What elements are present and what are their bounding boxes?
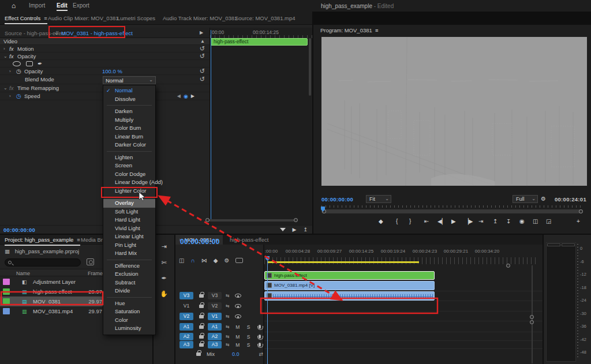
twirl-icon[interactable]: ›: [9, 69, 15, 74]
reset-param-icon[interactable]: ↺: [200, 67, 205, 75]
label-color-chip[interactable]: [3, 279, 10, 285]
timeline-clip-high-pass-effect[interactable]: high-pass-effect: [264, 271, 435, 280]
mute-button[interactable]: M: [235, 324, 241, 330]
audio-meter[interactable]: [546, 242, 576, 362]
solo-button[interactable]: S: [246, 342, 252, 348]
blend-mode-select[interactable]: Normal ⌄: [103, 76, 156, 84]
menu-item-color[interactable]: Color: [103, 316, 155, 325]
wrench-icon[interactable]: ⚙: [541, 196, 546, 202]
pen-mask-icon[interactable]: ✒: [38, 61, 42, 67]
timecode[interactable]: 00:00:00:00: [3, 227, 35, 233]
mix-collapse-icon[interactable]: ⇄: [259, 351, 264, 357]
track-output-eye-icon[interactable]: [235, 304, 241, 308]
track-output-eye-icon[interactable]: [235, 294, 241, 298]
effect-row-opacity[interactable]: ⌄ fx Opacity ↺: [0, 52, 210, 60]
menu-item-screen[interactable]: Screen: [103, 162, 155, 170]
playback-resolution-select[interactable]: Full⌄: [513, 195, 538, 203]
timeline-playhead[interactable]: [267, 256, 268, 364]
menu-item-hard-light[interactable]: Hard Light: [103, 216, 155, 224]
sync-lock-icon[interactable]: ⇆: [226, 293, 230, 298]
lock-icon[interactable]: [199, 305, 204, 308]
twirl-icon[interactable]: ⌄: [3, 85, 9, 91]
search-bin-icon[interactable]: [87, 258, 94, 265]
column-name[interactable]: Name: [16, 271, 30, 276]
panel-menu-icon[interactable]: ≡: [77, 237, 80, 243]
nest-toggle-icon[interactable]: ◫: [179, 257, 184, 264]
mute-button[interactable]: M: [235, 342, 241, 348]
scroll-handle[interactable]: [530, 315, 534, 319]
menu-item-color-burn[interactable]: Color Burn: [103, 124, 155, 133]
menu-item-luminosity[interactable]: Luminosity: [103, 324, 155, 333]
track-output-eye-icon[interactable]: [235, 314, 241, 318]
go-to-in-button[interactable]: ⇤: [424, 218, 429, 224]
collapse-icon[interactable]: ▲: [200, 39, 205, 44]
pen-tool[interactable]: ✒: [161, 275, 166, 282]
lock-icon[interactable]: [199, 315, 204, 318]
solo-button[interactable]: S: [246, 334, 252, 340]
search-input[interactable]: [5, 258, 81, 267]
program-timecode[interactable]: 00:00:00:00: [321, 196, 353, 202]
reset-effect-icon[interactable]: ↺: [200, 52, 205, 60]
reset-param-icon[interactable]: ↺: [200, 76, 205, 83]
menu-item-linear-dodge-add-[interactable]: Linear Dodge (Add): [103, 178, 155, 187]
opacity-value[interactable]: 100.0 %: [102, 68, 122, 74]
sync-lock-icon[interactable]: ⇆: [226, 303, 230, 309]
menu-item-lighter-color[interactable]: Lighter Color: [103, 187, 155, 196]
lock-icon[interactable]: [199, 343, 204, 347]
nav-import[interactable]: Import: [29, 2, 45, 9]
menu-item-color-dodge[interactable]: Color Dodge: [103, 170, 155, 179]
comparison-view-button[interactable]: ◫: [533, 218, 538, 224]
sync-lock-icon[interactable]: ⇆: [226, 342, 230, 347]
mic-record-icon[interactable]: [259, 335, 261, 339]
nav-edit[interactable]: Edit: [57, 2, 68, 11]
tab-project[interactable]: Project: high_pass_example≡: [5, 237, 80, 246]
sync-lock-icon[interactable]: ⇆: [226, 334, 230, 339]
go-to-out-button[interactable]: ⇥: [478, 218, 483, 224]
twirl-icon[interactable]: ›: [9, 93, 15, 99]
label-color-chip[interactable]: [3, 298, 10, 305]
track-target-a2[interactable]: A2: [208, 333, 222, 340]
timeline-settings-wrench-icon[interactable]: ⚙: [224, 257, 229, 264]
stopwatch-icon[interactable]: ◷: [16, 68, 24, 74]
mute-button[interactable]: M: [235, 334, 241, 340]
zoom-level-select[interactable]: Fit⌄: [366, 195, 391, 203]
tab-sequence-inactive[interactable]: high-pass-effect: [230, 237, 268, 243]
lift-button[interactable]: ↥: [493, 218, 498, 224]
zoom-scrollbar[interactable]: [205, 218, 298, 222]
play-effects-icon[interactable]: ▶: [200, 30, 203, 35]
source-patch-v1[interactable]: V1: [179, 302, 193, 310]
scrubber-track[interactable]: [321, 209, 583, 213]
video-section-header[interactable]: Video ▲: [0, 38, 210, 45]
tab-lumetri-scopes[interactable]: Lumetri Scopes: [117, 15, 155, 21]
program-scrubber[interactable]: [313, 205, 591, 216]
twirl-icon[interactable]: ⌄: [3, 54, 9, 59]
menu-item-hard-mix[interactable]: Hard Mix: [103, 249, 155, 258]
track-target-a1[interactable]: A1: [208, 323, 222, 331]
menu-item-normal[interactable]: Normal✓: [103, 87, 155, 95]
label-color-chip[interactable]: [3, 308, 10, 314]
source-patch-v3[interactable]: V3: [179, 292, 193, 299]
extract-button[interactable]: ↧: [506, 218, 511, 224]
source-patch-v2[interactable]: V2: [179, 313, 193, 320]
timeline-clip-mov-0381-audio[interactable]: [264, 291, 435, 301]
track-target-v3[interactable]: V3: [208, 292, 222, 299]
add-keyframe-icon[interactable]: ◉: [184, 93, 188, 99]
mic-record-icon[interactable]: [259, 325, 261, 329]
tab-audio-clip-mixer-mov-0381[interactable]: Audio Clip Mixer: MOV_0381: [48, 15, 119, 21]
solo-button[interactable]: S: [246, 324, 252, 330]
step-forward-button[interactable]: ▕▶: [464, 218, 473, 224]
ellipse-mask-icon[interactable]: [13, 61, 21, 66]
track-target-a3[interactable]: A3: [208, 341, 222, 348]
timeline-clip-mov-0381-video[interactable]: MOV_0381.mp4 [V]: [264, 281, 435, 290]
add-marker-button[interactable]: ◆: [379, 218, 383, 224]
lock-icon[interactable]: [199, 294, 204, 298]
menu-item-overlay[interactable]: Overlay: [103, 199, 155, 208]
menu-item-difference[interactable]: Difference: [103, 262, 155, 271]
scrub-handle-right[interactable]: [579, 209, 583, 213]
timeline-timecode[interactable]: 00:00:00:00: [180, 238, 220, 246]
lock-icon[interactable]: [199, 335, 204, 339]
work-area-bar[interactable]: [267, 261, 419, 263]
menu-item-linear-light[interactable]: Linear Light: [103, 232, 155, 241]
track-select-forward-tool[interactable]: ⇥: [161, 243, 166, 250]
twirl-icon[interactable]: ›: [3, 46, 9, 51]
